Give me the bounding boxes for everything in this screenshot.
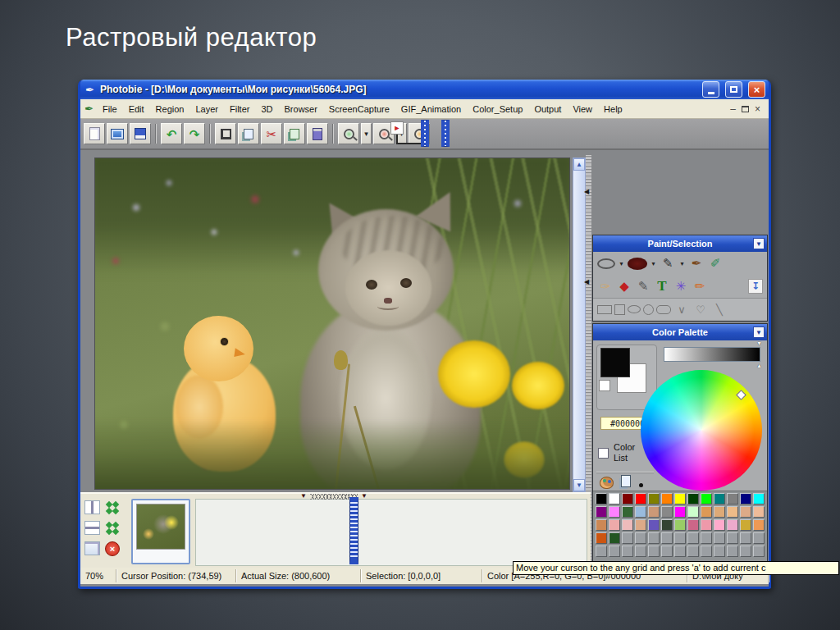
menu-layer[interactable]: Layer (189, 102, 224, 116)
color-swatch[interactable] (714, 519, 725, 531)
color-swatch[interactable] (740, 519, 751, 531)
mdi-close-button[interactable]: × (755, 103, 760, 115)
color-swatch-empty[interactable] (622, 532, 633, 544)
color-swatch-empty[interactable] (687, 546, 699, 557)
close-button[interactable]: × (748, 81, 765, 98)
undo-button[interactable]: ↶ (161, 123, 182, 144)
select-heart-tool[interactable]: ♡ (692, 300, 709, 318)
text-tool[interactable]: T (654, 277, 670, 295)
value-gradient-slider[interactable]: ▼ ▲ (664, 347, 760, 362)
color-swatch[interactable] (674, 519, 686, 531)
color-swatch[interactable] (753, 506, 765, 518)
record-widget[interactable]: ► (390, 121, 404, 135)
delete-frame-button[interactable]: × (105, 541, 120, 556)
color-swatch[interactable] (622, 506, 633, 518)
color-swatch-empty[interactable] (648, 532, 660, 544)
select-square-tool[interactable] (614, 304, 625, 315)
color-swatch[interactable] (609, 506, 620, 518)
pen-tool-dropdown[interactable]: ▾ (678, 254, 686, 272)
color-swatch-empty[interactable] (701, 546, 712, 557)
color-swatch[interactable] (596, 506, 607, 518)
select-circle-tool[interactable] (643, 304, 654, 315)
select-rounded-rect-tool[interactable] (656, 305, 671, 314)
panel-dropdown-button[interactable]: ▼ (753, 326, 765, 338)
zoom-in-button[interactable] (338, 123, 359, 144)
maximize-button[interactable] (725, 81, 742, 98)
color-swatch[interactable] (661, 506, 673, 518)
color-wheel[interactable] (641, 370, 762, 491)
palette-icon[interactable] (600, 477, 614, 489)
menu-color-setup[interactable]: Color_Setup (467, 102, 528, 116)
layers-button[interactable] (84, 541, 100, 555)
filmstrip-track[interactable] (195, 499, 587, 566)
color-swatch[interactable] (661, 519, 673, 531)
color-swatch-empty[interactable] (648, 546, 660, 557)
color-swatch-empty[interactable] (661, 532, 673, 544)
menu-region[interactable]: Region (150, 102, 190, 116)
color-list-checkbox[interactable] (598, 448, 609, 459)
color-swatch[interactable] (622, 519, 633, 531)
color-swatch-empty[interactable] (635, 532, 646, 544)
window-titlebar[interactable]: ✒ Photobie - [D:\Мои документы\Мои рисун… (80, 80, 769, 99)
filled-ellipse-tool[interactable] (628, 258, 647, 270)
color-swatch-empty[interactable] (753, 532, 765, 544)
menu-3d[interactable]: 3D (255, 102, 278, 116)
menu-output[interactable]: Output (528, 102, 567, 116)
paintbrush-tool[interactable]: ✒ (688, 254, 705, 272)
color-swatch[interactable] (687, 519, 699, 531)
slider-marker-icon[interactable]: ▼ (756, 340, 762, 346)
color-swatch[interactable] (635, 506, 646, 518)
menu-filter[interactable]: Filter (224, 102, 255, 116)
mdi-minimize-button[interactable]: – (730, 103, 736, 115)
strip-divider-handle[interactable] (349, 497, 358, 564)
duplicate-button[interactable] (238, 123, 259, 144)
color-swatch-empty[interactable] (674, 532, 686, 544)
scroll-down-icon[interactable]: ▼ (573, 479, 585, 491)
color-swatch[interactable] (687, 506, 699, 518)
color-swatch-empty[interactable] (714, 546, 725, 557)
color-panel-titlebar[interactable]: Color Palette ▼ (593, 324, 767, 340)
select-rectangle-tool[interactable] (597, 305, 612, 314)
ellipse-tool-dropdown[interactable]: ▾ (618, 254, 625, 272)
paste-button[interactable] (307, 123, 328, 144)
menu-screencapture[interactable]: ScreenCapture (323, 102, 395, 116)
color-swatch-empty[interactable] (753, 546, 765, 557)
color-swatch[interactable] (648, 506, 660, 518)
color-swatch[interactable] (648, 519, 660, 531)
color-swatch[interactable] (727, 506, 738, 518)
color-swatch[interactable] (753, 519, 765, 531)
frame-arrows-button[interactable] (105, 521, 121, 535)
minimize-button[interactable] (702, 81, 719, 98)
panel-dropdown-button[interactable]: ▼ (753, 238, 765, 249)
canvas-vertical-scrollbar[interactable]: ▲ ▼ (573, 158, 586, 492)
color-swatch[interactable] (635, 493, 646, 504)
split-horizontal-button[interactable] (84, 521, 100, 535)
spray-tool[interactable]: ✳ (673, 277, 689, 295)
frame-arrows-button[interactable] (105, 500, 121, 514)
color-swatch[interactable] (635, 519, 646, 531)
color-swatch-empty[interactable] (701, 532, 712, 544)
color-swatch[interactable] (687, 493, 699, 504)
anchor-tool[interactable]: ↧ (748, 279, 763, 294)
color-swatch-empty[interactable] (622, 546, 633, 557)
menu-file[interactable]: File (97, 102, 123, 116)
color-swatch-empty[interactable] (661, 546, 673, 557)
color-swatch[interactable] (661, 493, 673, 504)
magic-wand-tool[interactable]: ╲ (711, 300, 728, 318)
color-swatch[interactable] (753, 493, 765, 504)
collapse-arrow-icon[interactable]: ◀ (584, 278, 589, 285)
color-swatch[interactable] (727, 493, 738, 504)
foreground-color-swatch[interactable] (600, 348, 630, 377)
split-vertical-button[interactable] (84, 500, 100, 514)
color-swatch-empty[interactable] (714, 532, 725, 544)
dock-handle[interactable] (441, 120, 450, 147)
color-swatch-empty[interactable] (727, 546, 738, 557)
ellipse-outline-tool[interactable] (597, 258, 615, 269)
color-swatch[interactable] (727, 519, 738, 531)
cut-button[interactable]: ✂ (261, 123, 282, 144)
menu-gif-animation[interactable]: GIF_Animation (395, 102, 467, 116)
slider-marker-icon[interactable]: ▲ (756, 363, 762, 368)
collapse-arrow-icon[interactable]: ◀ (584, 188, 589, 195)
scroll-up-icon[interactable]: ▲ (573, 158, 585, 171)
paint-panel-titlebar[interactable]: Paint/Selection ▼ (593, 235, 767, 252)
